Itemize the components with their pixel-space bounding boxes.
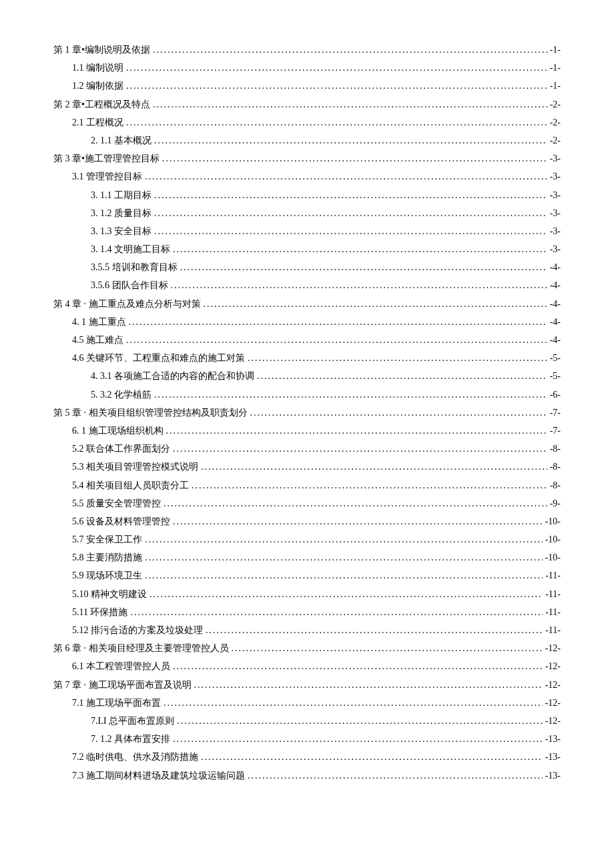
toc-entry: 第 6 章 · 相关项目经理及主要管理管控人员-12-	[53, 640, 561, 657]
toc-entry-title: 3. 1.3 安全目标	[91, 223, 151, 240]
toc-leader-dots	[145, 168, 547, 185]
toc-entry-page: -11-	[545, 604, 561, 620]
toc-entry-page: -12-	[545, 640, 561, 657]
toc-leader-dots	[126, 59, 547, 76]
toc-entry-page: -5-	[550, 368, 561, 384]
toc-leader-dots	[248, 767, 543, 784]
toc-leader-dots	[130, 604, 543, 620]
toc-entry-title: 4. 3.1 各项施工合适的内容的配合和协调	[91, 368, 254, 384]
toc-leader-dots	[164, 495, 547, 512]
toc-leader-dots	[194, 677, 543, 693]
toc-entry-page: -2-	[550, 114, 561, 131]
toc-leader-dots	[180, 259, 547, 276]
toc-leader-dots	[173, 241, 547, 258]
toc-entry-title: 5.2 联合体工作界面划分	[72, 440, 170, 457]
toc-leader-dots	[173, 731, 543, 747]
toc-leader-dots	[173, 658, 543, 675]
toc-entry: 6. 1 施工现场组织机构-7-	[53, 422, 561, 439]
toc-leader-dots	[192, 477, 547, 494]
toc-entry: 5.5 质量安全管理管控-9-	[53, 495, 561, 512]
toc-entry: 5.10 精神文明建设-11-	[53, 586, 561, 602]
toc-entry: 第 3 章•施工管理管控目标-3-	[53, 150, 561, 167]
toc-entry: 4. 3.1 各项施工合适的内容的配合和协调-5-	[53, 368, 561, 384]
toc-entry-page: -2-	[550, 96, 561, 113]
toc-entry: 5.6 设备及材料管理管控-10-	[53, 513, 561, 530]
toc-entry-title: 3. 1.1 工期目标	[91, 187, 151, 203]
toc-entry: 5.11 环保措施-11-	[53, 604, 561, 620]
toc-entry: 6.1 本工程管理管控人员-12-	[53, 658, 561, 675]
toc-entry: 3.1 管理管控目标-3-	[53, 168, 561, 185]
toc-leader-dots	[126, 332, 547, 348]
toc-entry-page: -10-	[545, 531, 561, 548]
toc-entry: 5.4 相关项目组人员职责分工-8-	[53, 477, 561, 494]
table-of-contents: 第 1 章•编制说明及依据-1-1.1 编制说明-1-1.2 编制依据-1-第 …	[53, 41, 561, 784]
toc-entry-page: -8-	[550, 477, 561, 494]
toc-entry: 5.9 现场环境卫生-11-	[53, 567, 561, 584]
toc-entry: 7.3 施工期间材料进场及建筑垃圾运输问题-13-	[53, 767, 561, 784]
toc-leader-dots	[206, 622, 543, 638]
toc-entry-title: 7.2 临时供电、供水及消防措施	[72, 749, 198, 765]
toc-leader-dots	[145, 567, 543, 584]
toc-leader-dots	[162, 150, 547, 167]
toc-entry: 5.12 排污合适的方案及垃圾处理-11-	[53, 622, 561, 638]
toc-entry-page: -3-	[550, 168, 561, 185]
toc-leader-dots	[201, 458, 547, 475]
toc-entry-page: -4-	[550, 296, 561, 312]
toc-leader-dots	[171, 277, 547, 294]
toc-entry: 2. 1.1 基本概况-2-	[53, 132, 561, 149]
toc-entry: 5.7 安全保卫工作-10-	[53, 531, 561, 548]
toc-leader-dots	[126, 77, 547, 94]
toc-leader-dots	[204, 296, 547, 312]
toc-leader-dots	[145, 549, 543, 566]
toc-entry-title: 5.4 相关项目组人员职责分工	[72, 477, 189, 494]
toc-leader-dots	[154, 132, 547, 149]
toc-entry-page: -4-	[550, 332, 561, 348]
toc-entry: 4.6 关键环节、工程重点和难点的施工对策-5-	[53, 350, 561, 366]
toc-entry-title: 5.8 主要消防措施	[72, 549, 142, 566]
toc-entry-page: -13-	[545, 767, 561, 784]
toc-entry-page: -11-	[545, 586, 561, 602]
toc-entry-page: -12-	[545, 695, 561, 711]
toc-entry-page: -12-	[545, 713, 561, 729]
toc-entry-title: 4.5 施工难点	[72, 332, 123, 348]
toc-entry-title: 第 6 章 · 相关项目经理及主要管理管控人员	[53, 640, 229, 657]
toc-entry: 7.LI 总平面布置原则-12-	[53, 713, 561, 729]
toc-entry-page: -3-	[550, 205, 561, 222]
toc-entry-title: 第 4 章 · 施工重点及难点分析与对策	[53, 296, 201, 312]
toc-entry-title: 4.6 关键环节、工程重点和难点的施工对策	[72, 350, 245, 366]
toc-leader-dots	[153, 41, 547, 58]
toc-entry-page: -4-	[550, 277, 561, 294]
toc-entry: 第 4 章 · 施工重点及难点分析与对策-4-	[53, 296, 561, 312]
toc-entry-page: -3-	[550, 241, 561, 258]
toc-entry-page: -1-	[550, 59, 561, 76]
toc-leader-dots	[173, 440, 547, 457]
toc-entry-page: -12-	[545, 677, 561, 693]
toc-entry: 5.2 联合体工作界面划分-8-	[53, 440, 561, 457]
toc-entry-page: -1-	[550, 41, 561, 58]
toc-entry: 1.2 编制依据-1-	[53, 77, 561, 94]
toc-entry-page: -8-	[550, 458, 561, 475]
toc-entry-title: 7. 1.2 具体布置安排	[91, 731, 170, 747]
toc-entry-page: -9-	[550, 495, 561, 512]
toc-entry-page: -7-	[550, 422, 561, 439]
toc-leader-dots	[129, 314, 547, 330]
toc-entry-title: 5. 3.2 化学植筋	[91, 386, 151, 403]
toc-entry-page: -2-	[550, 132, 561, 149]
toc-entry-page: -1-	[550, 77, 561, 94]
toc-entry-title: 5.10 精神文明建设	[72, 586, 147, 602]
toc-entry-page: -13-	[545, 731, 561, 747]
toc-leader-dots	[250, 404, 547, 421]
toc-entry-page: -12-	[545, 658, 561, 675]
toc-entry: 5.3 相关项目管理管控模式说明-8-	[53, 458, 561, 475]
toc-entry-title: 第 2 章•工程概况及特点	[53, 96, 150, 113]
toc-leader-dots	[145, 531, 543, 548]
toc-leader-dots	[177, 713, 542, 729]
toc-leader-dots	[248, 350, 547, 366]
toc-entry: 4. 1 施工重点-4-	[53, 314, 561, 330]
toc-entry-page: -13-	[545, 749, 561, 765]
toc-entry-title: 7.1 施工现场平面布置	[72, 695, 161, 711]
toc-entry-title: 2. 1.1 基本概况	[91, 132, 151, 149]
toc-leader-dots	[201, 749, 543, 765]
toc-entry-page: -7-	[550, 404, 561, 421]
toc-entry-title: 5.12 排污合适的方案及垃圾处理	[72, 622, 203, 638]
